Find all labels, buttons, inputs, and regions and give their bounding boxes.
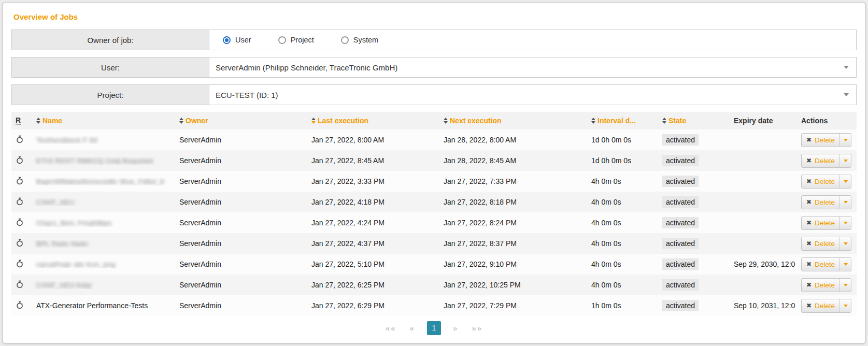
radio-project[interactable]: Project — [278, 36, 314, 44]
name-value: CXNF_AEU-Kdqr — [36, 281, 92, 289]
delete-split-button[interactable]: ✖Delete — [801, 154, 851, 168]
sort-icon[interactable] — [662, 118, 666, 124]
next-cell: Jan 27, 2022, 7:29 PM — [440, 301, 588, 310]
pagination-last-button[interactable]: »» — [472, 324, 482, 333]
radio-unselected-icon[interactable] — [341, 36, 349, 44]
last-value: Jan 27, 2022, 8:00 AM — [311, 136, 384, 144]
delete-split-button[interactable]: ✖Delete — [801, 133, 851, 147]
column-header-owner[interactable]: Owner — [176, 117, 308, 125]
jobs-table-body: Testhendbeck F 84ServerAdminJan 27, 2022… — [11, 129, 857, 316]
sort-icon[interactable] — [444, 118, 448, 124]
delete-x-icon: ✖ — [806, 240, 812, 247]
delete-menu-button[interactable] — [839, 175, 851, 188]
name-value: ATX-Generator Performance-Tests — [36, 301, 148, 310]
interval-cell: 4h 0m 0s — [588, 198, 659, 206]
name-cell: CXNF_AEU-Kdqr — [33, 281, 176, 289]
sort-icon[interactable] — [591, 118, 595, 124]
last-cell: Jan 27, 2022, 4:18 PM — [308, 198, 440, 206]
delete-split-button[interactable]: ✖Delete — [801, 257, 851, 271]
caret-down-icon — [844, 180, 848, 183]
owner-value: ServerAdmin — [179, 198, 221, 206]
owner-value: ServerAdmin — [179, 219, 221, 227]
delete-split-button[interactable]: ✖Delete — [801, 237, 851, 251]
radio-selected-icon[interactable] — [223, 36, 231, 44]
pagination-first-button[interactable]: «« — [386, 324, 396, 333]
last-value: Jan 27, 2022, 4:24 PM — [311, 219, 385, 227]
state-cell: activated — [659, 217, 731, 228]
delete-x-icon: ✖ — [806, 178, 812, 184]
sort-icon[interactable] — [179, 118, 183, 124]
delete-split-button[interactable]: ✖Delete — [801, 175, 851, 189]
delete-menu-button[interactable] — [839, 237, 851, 250]
delete-x-icon: ✖ — [806, 220, 812, 226]
sort-icon[interactable] — [36, 118, 40, 124]
delete-button[interactable]: ✖Delete — [802, 237, 839, 250]
radio-system[interactable]: System — [341, 36, 378, 44]
delete-split-button[interactable]: ✖Delete — [801, 278, 851, 292]
interval-cell: 1h 0m 0s — [588, 301, 659, 310]
recurring-cell — [11, 239, 33, 249]
actions-cell: ✖Delete — [798, 257, 857, 271]
state-cell: activated — [659, 134, 731, 146]
radio-user[interactable]: User — [223, 36, 251, 44]
filter-form: Owner of job: User Project System User: — [11, 30, 857, 105]
last-cell: Jan 27, 2022, 6:25 PM — [308, 281, 440, 289]
interval-cell: 1d 0h 0m 0s — [588, 136, 659, 144]
column-header-next[interactable]: Next execution — [440, 117, 588, 125]
state-value: activated — [662, 258, 699, 270]
delete-menu-button[interactable] — [839, 134, 851, 147]
delete-menu-button[interactable] — [839, 196, 851, 209]
delete-button-label: Delete — [815, 261, 835, 268]
chevron-down-icon[interactable] — [844, 93, 849, 96]
actions-cell: ✖Delete — [798, 278, 857, 292]
user-select[interactable]: ServerAdmin (Philipp Schneider, TraceTro… — [209, 57, 856, 77]
delete-menu-button[interactable] — [839, 154, 851, 167]
radio-unselected-icon[interactable] — [278, 36, 286, 44]
delete-split-button[interactable]: ✖Delete — [801, 299, 851, 313]
interval-value: 4h 0m 0s — [591, 198, 621, 206]
delete-button[interactable]: ✖Delete — [802, 217, 839, 229]
delete-button[interactable]: ✖Delete — [802, 134, 839, 147]
jobs-overview-panel: Overview of Jobs Owner of job: User Proj… — [3, 3, 865, 343]
delete-menu-button[interactable] — [839, 299, 851, 312]
chevron-down-icon[interactable] — [844, 66, 849, 69]
delete-button[interactable]: ✖Delete — [802, 258, 839, 271]
delete-split-button[interactable]: ✖Delete — [801, 216, 851, 230]
column-header-name[interactable]: Name — [33, 117, 176, 125]
delete-button[interactable]: ✖Delete — [802, 196, 839, 209]
column-header-last[interactable]: Last execution — [308, 117, 440, 125]
sort-icon[interactable] — [311, 118, 316, 124]
state-value: activated — [662, 217, 699, 228]
delete-button[interactable]: ✖Delete — [802, 175, 839, 188]
actions-cell: ✖Delete — [798, 216, 857, 230]
next-cell: Jan 27, 2022, 8:37 PM — [440, 239, 588, 248]
delete-menu-button[interactable] — [839, 258, 851, 271]
expiry-cell: Sep 10, 2031, 12:0 — [731, 301, 798, 310]
delete-button[interactable]: ✖Delete — [802, 154, 839, 167]
last-cell: Jan 27, 2022, 6:29 PM — [308, 301, 440, 310]
owner-cell: ServerAdmin — [176, 219, 308, 227]
last-value: Jan 27, 2022, 5:10 PM — [311, 260, 385, 268]
pagination-page-1-button[interactable]: 1 — [427, 321, 441, 335]
last-value: Jan 27, 2022, 3:33 PM — [311, 177, 385, 185]
delete-split-button[interactable]: ✖Delete — [801, 195, 851, 209]
next-value: Jan 27, 2022, 9:10 PM — [444, 260, 517, 268]
column-header-state[interactable]: State — [659, 117, 731, 125]
delete-button[interactable]: ✖Delete — [802, 279, 839, 292]
caret-down-icon — [844, 160, 848, 162]
delete-button[interactable]: ✖Delete — [802, 299, 839, 312]
delete-button-label: Delete — [815, 302, 835, 310]
pagination-next-button[interactable]: » — [453, 324, 458, 333]
next-value: Jan 28, 2022, 8:00 AM — [444, 136, 516, 144]
caret-down-icon — [844, 242, 848, 245]
delete-menu-button[interactable] — [839, 217, 851, 229]
table-row: ATX-Generator Performance-TestsServerAdm… — [11, 295, 857, 316]
delete-x-icon: ✖ — [806, 137, 812, 143]
column-header-interval[interactable]: Interval d... — [588, 117, 659, 125]
jobs-table-header: RNameOwnerLast executionNext executionIn… — [11, 112, 857, 129]
project-select[interactable]: ECU-TEST (ID: 1) — [209, 85, 856, 105]
recurring-cell — [11, 135, 33, 145]
delete-menu-button[interactable] — [839, 279, 851, 292]
pagination-previous-button[interactable]: « — [410, 324, 415, 333]
table-row: CXKP_AEUServerAdminJan 27, 2022, 4:18 PM… — [11, 192, 857, 212]
